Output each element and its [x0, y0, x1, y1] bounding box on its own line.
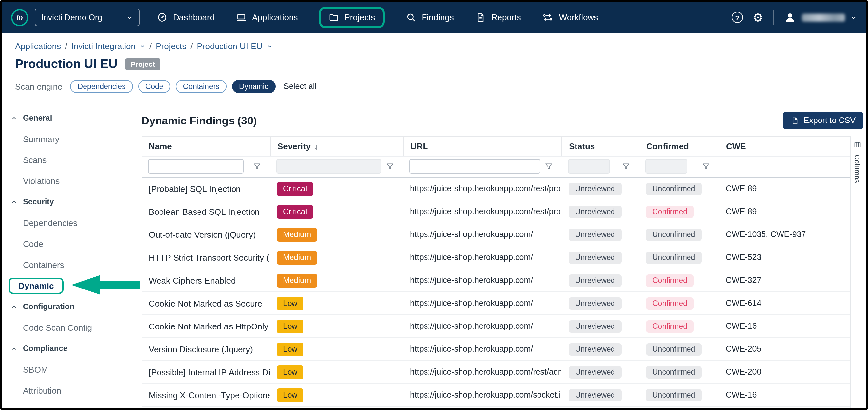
sidebar-item-attribution[interactable]: Attribution: [2, 380, 128, 401]
nav-item-applications[interactable]: Applications: [236, 12, 298, 23]
confirmed-filter-input[interactable]: [645, 159, 687, 174]
engine-chip-dynamic[interactable]: Dynamic: [232, 80, 276, 93]
column-header-severity[interactable]: Severity↓: [270, 136, 403, 156]
engine-chip-containers[interactable]: Containers: [176, 80, 227, 93]
table-row[interactable]: HTTP Strict Transport Security (HSTS) Me…: [142, 246, 850, 269]
url-filter-input[interactable]: [409, 159, 540, 174]
user-avatar-icon: [783, 11, 797, 24]
nav-item-workflows[interactable]: Workflows: [542, 12, 598, 23]
export-to-csv-button[interactable]: Export to CSV: [783, 112, 863, 129]
funnel-filter-icon[interactable]: [386, 162, 394, 171]
column-header-confirmed[interactable]: Confirmed: [639, 136, 719, 156]
sidebar-item-containers[interactable]: Containers: [2, 254, 128, 275]
finding-url: https://juice-shop.herokuapp.com/rest/ad…: [410, 368, 561, 377]
finding-cwe: CWE-523: [726, 253, 761, 262]
breadcrumb-separator: /: [149, 41, 152, 51]
table-row[interactable]: Cookie Not Marked as HttpOnly Low https:…: [142, 315, 850, 338]
section-label: Configuration: [23, 302, 74, 311]
breadcrumb-application-name[interactable]: Invicti Integration: [71, 41, 135, 51]
nav-item-reports[interactable]: Reports: [475, 12, 521, 23]
finding-cwe: CWE-1035, CWE-937: [726, 230, 806, 239]
name-filter-input[interactable]: [148, 159, 244, 174]
finding-name: Version Disclosure (Jquery): [149, 344, 253, 354]
section-label: Security: [23, 197, 54, 206]
sidebar-item-scans[interactable]: Scans: [2, 149, 128, 170]
sidebar-item-dependencies[interactable]: Dependencies: [2, 212, 128, 233]
finding-name: Cookie Not Marked as HttpOnly: [149, 321, 269, 331]
status-badge: Unreviewed: [569, 343, 621, 355]
severity-badge: Low: [277, 388, 303, 402]
table-row[interactable]: Out-of-date Version (jQuery) Medium http…: [142, 223, 850, 246]
confirmed-badge: Confirmed: [646, 205, 694, 218]
table-row[interactable]: [Possible] Internal IP Address Disclosur…: [142, 360, 850, 383]
funnel-filter-icon[interactable]: [702, 162, 710, 171]
user-menu[interactable]: [783, 11, 857, 24]
breadcrumb-applications[interactable]: Applications: [15, 41, 61, 51]
help-icon[interactable]: ?: [732, 12, 743, 23]
invicti-logo-icon[interactable]: in: [11, 9, 28, 26]
nav-label: Projects: [344, 12, 375, 22]
header-label: CWE: [726, 141, 746, 151]
sidebar-section-compliance[interactable]: Compliance: [2, 338, 128, 359]
status-badge: Unreviewed: [569, 205, 621, 218]
finding-cwe: CWE-327: [726, 276, 761, 285]
finding-url: https://juice-shop.herokuapp.com/rest/pr…: [410, 207, 561, 216]
header-label: Status: [569, 141, 595, 151]
funnel-filter-icon[interactable]: [545, 162, 553, 171]
chevron-down-icon[interactable]: [266, 43, 272, 49]
scan-engine-row: Scan engine Dependencies Code Containers…: [15, 80, 853, 93]
table-row[interactable]: Boolean Based SQL Injection Critical htt…: [142, 200, 850, 223]
table-row[interactable]: [Probable] SQL Injection Critical https:…: [142, 177, 850, 200]
engine-chip-code[interactable]: Code: [138, 80, 170, 93]
severity-filter-input[interactable]: [276, 159, 381, 174]
table-row[interactable]: Missing X-Content-Type-Options Header Lo…: [142, 383, 850, 406]
item-label: Summary: [23, 134, 59, 144]
sidebar-item-summary[interactable]: Summary: [2, 128, 128, 149]
table-row[interactable]: Cookie Not Marked as Secure Low https://…: [142, 292, 850, 315]
item-label: Violations: [23, 176, 60, 186]
header-label: URL: [410, 141, 428, 151]
column-header-cwe[interactable]: CWE: [719, 136, 850, 156]
nav-item-projects[interactable]: Projects: [319, 6, 384, 28]
nav-item-findings[interactable]: Findings: [405, 12, 454, 23]
breadcrumb-separator: /: [65, 41, 67, 51]
sidebar-item-sbom[interactable]: SBOM: [2, 359, 128, 380]
top-navigation-bar: in Invicti Demo Org Dashboard Applicatio…: [2, 2, 866, 33]
select-all-link[interactable]: Select all: [283, 82, 316, 91]
sidebar-section-general[interactable]: General: [2, 107, 128, 128]
chevron-down-icon[interactable]: [140, 43, 146, 49]
funnel-filter-icon[interactable]: [622, 162, 630, 171]
status-filter-input[interactable]: [568, 159, 610, 174]
column-header-name[interactable]: Name: [142, 136, 270, 156]
finding-name: Boolean Based SQL Injection: [149, 207, 260, 217]
nav-item-dashboard[interactable]: Dashboard: [157, 12, 215, 23]
org-selector[interactable]: Invicti Demo Org: [35, 8, 140, 26]
table-row[interactable]: Weak Ciphers Enabled Medium https://juic…: [142, 269, 850, 292]
column-header-status[interactable]: Status: [561, 136, 639, 156]
sidebar-item-code-scan-config[interactable]: Code Scan Config: [2, 317, 128, 338]
header-label: Severity: [277, 141, 311, 151]
funnel-filter-icon[interactable]: [253, 162, 261, 171]
section-label: General: [23, 113, 52, 123]
breadcrumb-project-name[interactable]: Production UI EU: [196, 41, 262, 51]
breadcrumb-projects[interactable]: Projects: [156, 41, 186, 51]
scan-engine-label: Scan engine: [15, 82, 63, 91]
columns-grid-icon: [853, 141, 861, 149]
columns-rail[interactable]: Columns: [850, 136, 863, 408]
item-label: SBOM: [23, 365, 48, 374]
app-window: in Invicti Demo Org Dashboard Applicatio…: [0, 0, 868, 410]
nav-label: Applications: [252, 12, 298, 22]
sidebar-item-violations[interactable]: Violations: [2, 170, 128, 191]
engine-chip-dependencies[interactable]: Dependencies: [70, 80, 133, 93]
sidebar-section-security[interactable]: Security: [2, 191, 128, 212]
settings-gear-icon[interactable]: ⚙: [753, 11, 763, 23]
table-row[interactable]: Version Disclosure (Jquery) Low https://…: [142, 338, 850, 360]
chevron-up-icon: [11, 304, 17, 310]
org-selector-label: Invicti Demo Org: [41, 13, 102, 22]
column-header-url[interactable]: URL: [403, 136, 561, 156]
item-label: Scans: [23, 155, 46, 165]
findings-table-wrap: Name Severity↓ URL Status Confirmed CWE: [142, 136, 850, 408]
sidebar-item-code[interactable]: Code: [2, 233, 128, 254]
severity-badge: Low: [277, 365, 303, 379]
sidebar-section-configuration[interactable]: Configuration: [2, 296, 128, 317]
